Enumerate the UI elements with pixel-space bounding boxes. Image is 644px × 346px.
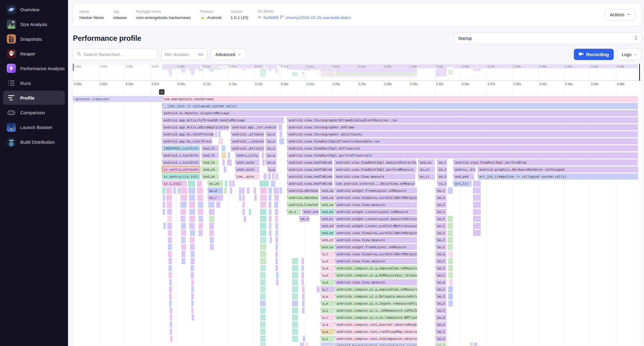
flame-segment[interactable] [448,216,453,222]
flame-segment[interactable]: an…e [436,321,446,328]
flame-segment[interactable]: com.…eate [235,173,260,180]
flame-segment[interactable] [170,314,172,321]
flame-segment[interactable]: an…n [436,251,446,257]
flame-segment[interactable]: android.view.View.measure [335,202,417,208]
flame-segment[interactable] [448,265,453,271]
flame-segment[interactable] [244,216,246,222]
logs-button[interactable]: Logs [617,49,642,60]
flame-segment[interactable] [210,237,214,243]
profile-selector[interactable]: Startup [454,32,642,44]
flame-segment[interactable] [302,300,305,306]
flame-segment[interactable] [317,286,320,292]
flame-segment[interactable] [292,293,298,299]
flame-segment[interactable] [275,223,278,229]
flame-segment[interactable]: android.app.ActivityThread$H.handleMessa… [162,117,284,123]
flame-segment[interactable] [162,188,165,194]
flame-segment[interactable] [301,272,304,278]
flame-segment[interactable]: and…ow [418,159,435,165]
flame-segment[interactable]: android…Created [287,202,319,208]
flame-segment[interactable] [168,237,172,243]
flame-segment[interactable] [260,279,266,285]
flame-segment[interactable]: an…t [287,209,301,215]
flame-segment[interactable]: art…ls) [453,181,472,187]
flame-segment[interactable]: an…t [436,300,446,306]
flame-segment[interactable]: andr…eate [235,166,260,173]
flame-segment[interactable] [242,202,245,208]
flame-segment[interactable] [188,181,195,187]
flame-segment[interactable] [230,188,232,194]
flame-segment[interactable]: an…t [436,286,446,292]
flame-segment[interactable]: an…t [436,258,446,264]
flame-segment[interactable] [302,286,305,292]
flame-segment[interactable]: android.c…tachInfo [162,159,200,165]
flame-segment[interactable] [180,195,187,201]
flame-segment[interactable]: android.…Activity [231,145,264,151]
flame-segment[interactable] [168,244,172,250]
flame-segment[interactable] [170,321,172,328]
flame-segment[interactable] [473,216,480,222]
flame-segment[interactable] [229,181,232,187]
flame-segment[interactable]: an…t [437,173,447,180]
git-commit-link[interactable]: 5a3fd59 [257,15,278,20]
flame-segment[interactable] [269,209,271,215]
flame-segment[interactable]: io.s…it$1 [162,181,187,187]
flame-segment[interactable] [218,131,221,137]
git-branch-link[interactable]: chromy/2024-10-15-use-build-distro [280,15,351,20]
flame-segment[interactable] [276,279,278,285]
flame-segment[interactable] [249,209,251,215]
flame-segment[interactable] [209,223,214,229]
flame-segment[interactable]: android.os.Handler.dispatchMessage [162,110,638,116]
flame-segment[interactable]: an…t [437,159,447,165]
flame-segment[interactable] [260,321,266,328]
flame-segment[interactable] [239,188,241,194]
flame-segment[interactable] [222,145,225,151]
flame-segment[interactable]: android.view.View.measure [335,237,417,243]
flame-segment[interactable]: android.view.ViewRootImpl.performTravers… [287,152,638,158]
flame-segment[interactable]: android.widget.FrameLayout.onMeasure [335,188,417,194]
flame-segment[interactable] [292,279,298,285]
flame-segment[interactable]: a…e [321,265,335,271]
flame-segment[interactable] [167,209,172,215]
flame-segment[interactable] [474,343,477,346]
flamechart-minimap[interactable]: 0.00s0.02s0.05s0.07s0.09s0.12s0.14s0.16s… [73,64,642,81]
flame-segment[interactable] [169,279,172,285]
flame-segment[interactable] [275,258,278,264]
flame-segment[interactable]: a…e [321,258,335,264]
flame-segment[interactable] [448,293,453,299]
flame-segment[interactable]: android.view.ViewGrou…sureChildWithMargi… [335,251,417,257]
flame-segment[interactable] [191,279,194,285]
flame-segment[interactable]: androidx.compose.runt…rvedScopeMap.obser… [335,329,417,335]
flame-segment[interactable]: an…ut [418,166,435,173]
flame-segment[interactable]: android.….execute [231,138,264,144]
flame-segment[interactable]: andro…ivity [235,152,260,158]
flame-segment[interactable]: androi….draw [453,166,475,173]
flame-segment[interactable]: androidx.compose.ui.n….doRemeasure-sdFAv… [335,307,417,314]
flame-segment[interactable]: android.…allbacks [231,131,264,137]
flame-segment[interactable] [275,173,278,180]
flame-segment[interactable]: an…t [436,237,446,243]
flame-segment[interactable] [163,223,166,229]
flame-segment[interactable] [448,237,453,243]
flame-segment[interactable]: an…n [436,195,446,201]
sidebar-item-runs[interactable]: Runs [3,76,65,90]
flame-segment[interactable] [191,293,194,299]
flame-segment[interactable]: android.view.Choreographer$FrameDisplayE… [287,117,638,123]
flame-segment[interactable] [169,258,172,264]
flame-segment[interactable] [181,244,186,250]
flame-segment[interactable] [168,230,172,236]
flame-segment[interactable]: __libc_init (+ collapsed system calls) [162,103,638,109]
flame-segment[interactable]: androidx.compose.ui.n…te.remeasure-BRTry… [335,314,417,321]
flame-segment[interactable] [260,209,266,215]
flame-segment[interactable] [191,265,194,271]
flame-segment[interactable]: an…d [436,314,446,321]
flame-segment[interactable] [242,195,245,201]
flame-segment[interactable] [269,223,271,229]
flame-segment[interactable] [260,230,266,236]
flame-segment[interactable] [300,343,304,346]
flame-segment[interactable]: a…w [267,166,277,173]
flame-segment[interactable] [180,209,186,215]
flame-segment[interactable]: androidx.compose.ui.p…omposeView.onMeasu… [335,286,417,292]
flame-segment[interactable] [190,244,195,250]
flame-segment[interactable]: an…w [266,159,276,165]
flame-segment[interactable]: a…r [321,314,335,321]
